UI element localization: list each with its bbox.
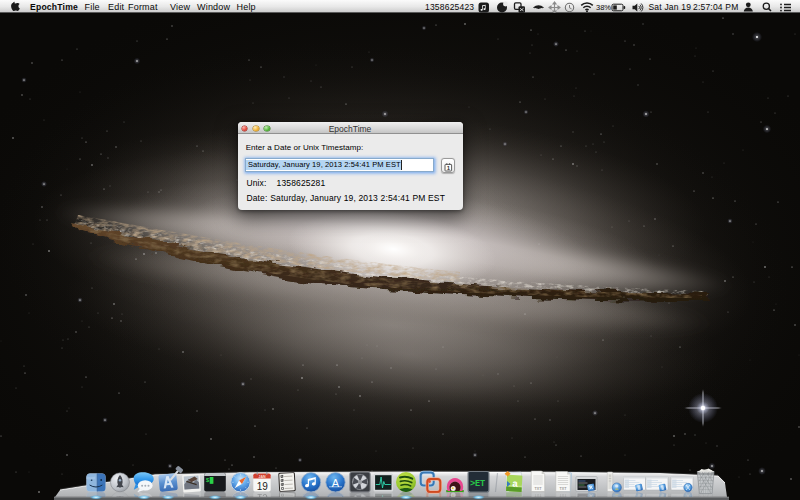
svg-text:$ █: $ █ (206, 477, 214, 484)
svg-text:19: 19 (257, 481, 269, 492)
svg-text:TXT: TXT (535, 487, 543, 491)
svg-text:>ET: >ET (470, 479, 485, 489)
svg-text:TXT: TXT (560, 487, 568, 491)
svg-text:JAN: JAN (258, 475, 266, 479)
